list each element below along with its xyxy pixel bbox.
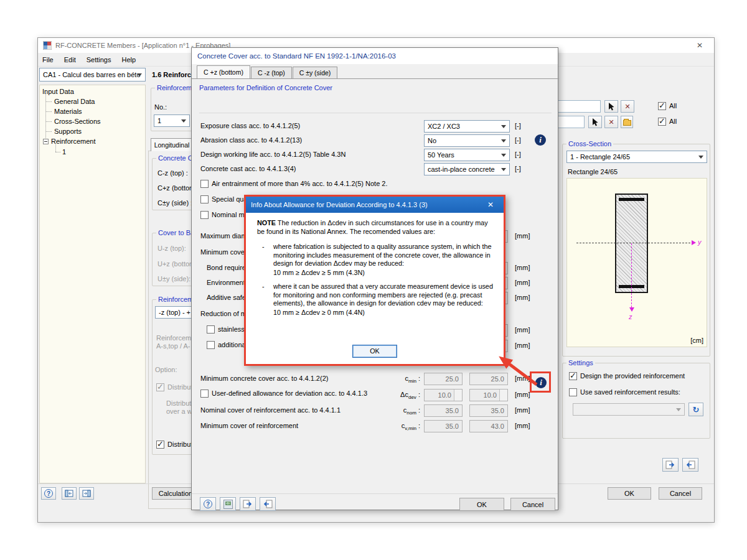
copy-from-tabs-button[interactable] (260, 497, 276, 511)
dcdev-value2-stepper[interactable]: 10.0 (469, 389, 508, 401)
checkbox-label: Design the provided reinforcement (580, 372, 685, 380)
working-life-select[interactable]: 50 Years (424, 149, 510, 161)
dialog-cancel-button[interactable]: Cancel (510, 498, 555, 511)
tree-item-reinforcement-1[interactable]: 1 (62, 148, 66, 156)
export-covers-button[interactable] (662, 458, 679, 472)
tree-item-materials[interactable]: Materials (54, 108, 82, 115)
c-minus-z-label: C-z (top) : (157, 169, 188, 177)
stainless-steel-checkbox[interactable]: stainless s (207, 325, 250, 334)
menu-edit[interactable]: Edit (64, 56, 76, 63)
menu-settings[interactable]: Settings (87, 56, 111, 63)
distribute-checkbox[interactable]: Distribut (156, 383, 192, 391)
set-number-select[interactable]: 1 (154, 114, 190, 127)
close-icon[interactable] (482, 200, 499, 209)
main-ok-button[interactable]: OK (608, 487, 651, 500)
all-sets-checkbox[interactable]: All (658, 118, 677, 126)
reload-results-button[interactable] (688, 403, 703, 416)
unit-label: [mm] (515, 326, 530, 334)
dcdev-value1-stepper[interactable]: 10.0 (424, 389, 463, 401)
use-saved-results-checkbox[interactable]: Use saved reinforcement results: (569, 388, 680, 396)
checkbox-icon (200, 211, 209, 219)
annotation-arrow (493, 350, 547, 391)
additional-protection-checkbox[interactable]: additional (207, 341, 247, 349)
menu-help[interactable]: Help (121, 56, 136, 63)
tab-c-plus-z[interactable]: C +z (bottom) (197, 65, 250, 78)
concrete-cast-select[interactable]: cast-in-place concrete (424, 163, 510, 175)
main-cancel-button[interactable]: Cancel (659, 487, 702, 500)
tree-item-reinforcement[interactable]: Reinforcement (51, 138, 96, 145)
checkbox-icon (658, 102, 666, 110)
option-label: Option: (155, 366, 177, 373)
dialog-help-button[interactable] (200, 497, 216, 511)
design-provided-checkbox[interactable]: Design the provided reinforcement (569, 372, 685, 380)
popup-note: NOTE The reduction in Δcdev in such circ… (257, 219, 495, 236)
tree-item-cross-sections[interactable]: Cross-Sections (54, 118, 101, 125)
case-selector[interactable]: CA1 - Calcul des barres en béto (39, 68, 146, 82)
clear-sets-button[interactable] (604, 116, 618, 128)
pick-members-button[interactable] (604, 100, 618, 113)
exposure-class-label: Exposure class acc. to 4.4.1.2(5) (200, 122, 300, 129)
z-axis-line (631, 243, 632, 307)
copy-to-tabs-button[interactable] (240, 497, 256, 511)
tree-line (45, 121, 52, 122)
unit-label: [-] (515, 165, 521, 172)
tree-item-general-data[interactable]: General Data (54, 98, 95, 105)
set-defaults-button[interactable]: 0.00 (220, 497, 236, 511)
collapse-icon[interactable] (43, 139, 49, 144)
button-label: OK (477, 501, 487, 508)
u-minus-z-label: U-z (top): (157, 245, 186, 252)
help-button[interactable] (41, 487, 56, 500)
popup-bullet-1: - where fabrication is subjected to a qu… (262, 243, 495, 277)
new-set-button[interactable] (621, 116, 633, 128)
spinner-icon[interactable] (499, 390, 507, 401)
unit-label: [mm] (515, 422, 530, 429)
u-side-label: U±y (side): (157, 275, 190, 282)
all-members-checkbox[interactable]: All (658, 102, 677, 110)
unit-label: [mm] (515, 279, 530, 286)
distribute2-checkbox[interactable]: Distribut (156, 441, 192, 449)
exposure-class-select[interactable]: XC2 / XC3 (424, 120, 510, 133)
special-quality-checkbox[interactable]: Special quali (200, 195, 250, 203)
unit-label: [-] (515, 136, 521, 144)
clear-members-button[interactable] (621, 100, 634, 113)
popup-title: Info About Allowance for Deviation Accor… (251, 201, 428, 208)
delete-icon (608, 118, 614, 126)
tree-line (55, 152, 60, 152)
jump-previous-button[interactable] (62, 487, 77, 500)
popup-body: NOTE The reduction in Δcdev in such circ… (246, 213, 504, 364)
bullet-value: 10 mm ≥ Δcdev ≥ 5 mm (4.3N) (273, 269, 495, 278)
dialog-ok-button[interactable]: OK (459, 498, 504, 511)
min-cover-reinforcement-label: Minimum cover of reinforcement (200, 422, 298, 429)
popup-ok-button[interactable]: OK (352, 345, 397, 358)
close-icon[interactable] (690, 41, 709, 50)
user-defined-deviation-checkbox[interactable]: User-defined allowance for deviation acc… (200, 390, 367, 398)
unit-label: [mm] (515, 391, 530, 398)
top-reinforcement-bar (619, 198, 644, 201)
app-icon (43, 41, 52, 50)
jump-next-button[interactable] (79, 487, 94, 500)
tab-longitudinal[interactable]: Longitudinal (151, 138, 193, 151)
tree-item-input-data[interactable]: Input Data (42, 88, 74, 95)
tree-line (45, 93, 46, 142)
import-covers-button[interactable] (682, 458, 698, 472)
bullet-dash: - (262, 243, 267, 277)
tree-item-supports[interactable]: Supports (54, 128, 82, 135)
folder-icon (623, 120, 631, 126)
checkbox-label: All (669, 118, 677, 125)
abrasion-class-select[interactable]: No (424, 134, 510, 147)
air-entrainment-checkbox[interactable]: Air entrainment of more than 4% acc. to … (200, 180, 387, 188)
min-concrete-cover-label: Minimum concrete cover acc. to 4.4.1.2(2… (200, 375, 328, 382)
help-icon (44, 489, 53, 498)
pick-sets-button[interactable] (588, 116, 602, 128)
tab-c-minus-z[interactable]: C -z (top) (251, 67, 292, 78)
cross-section-select[interactable]: 1 - Rectangle 24/65 (566, 151, 707, 163)
spinner-icon[interactable] (454, 390, 462, 401)
tree-line (45, 111, 52, 112)
sheet-arrow-icon (685, 460, 695, 469)
navigator-tree: Input Data General Data Materials Cross-… (39, 85, 146, 483)
abrasion-info-icon[interactable] (535, 134, 546, 146)
cmin-value1-field: 25.0 (424, 373, 463, 385)
abrasion-class-label: Abrasion class acc. to 4.4.1.2(13) (200, 136, 302, 144)
tab-c-side[interactable]: C ±y (side) (293, 67, 337, 78)
menu-file[interactable]: File (42, 56, 54, 63)
